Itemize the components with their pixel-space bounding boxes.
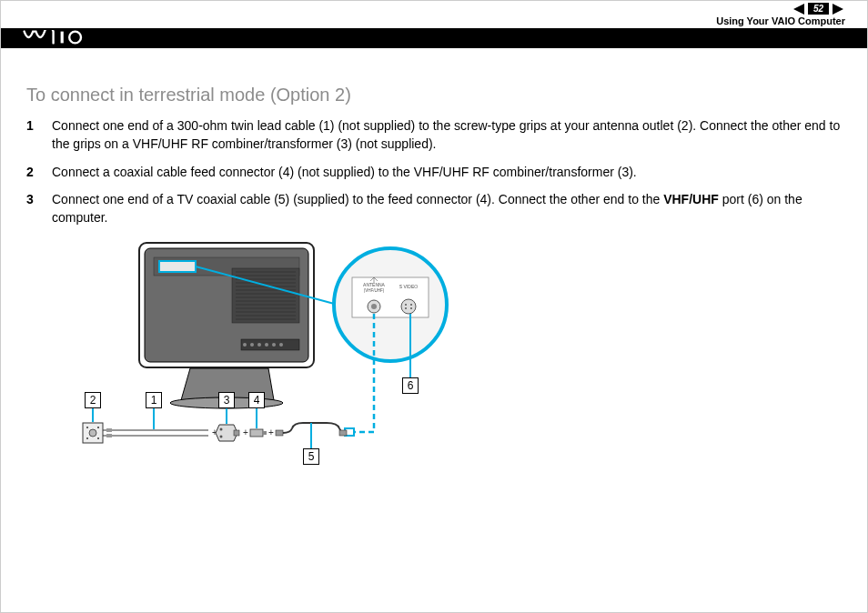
svg-rect-58	[276, 430, 283, 436]
step-item: Connect one end of a TV coaxial cable (5…	[26, 190, 842, 227]
page-nav: 52	[792, 3, 845, 15]
svg-point-52	[220, 436, 223, 438]
steps-list: Connect one end of a 300-ohm twin lead c…	[26, 116, 842, 226]
svg-text:+: +	[243, 427, 248, 437]
callout-2: 2	[85, 392, 101, 408]
svg-text:+: +	[268, 427, 274, 437]
callout-3: 3	[218, 392, 235, 408]
svg-rect-23	[241, 339, 299, 350]
manual-page: 52 Using Your VAIO Computer To connect i…	[0, 0, 868, 613]
header-bar	[1, 28, 867, 48]
svg-point-25	[250, 343, 254, 347]
svg-point-35	[401, 299, 416, 314]
callout-1: 1	[146, 392, 162, 408]
step-item: Connect a coaxial cable feed connector (…	[26, 163, 842, 181]
svg-rect-48	[106, 428, 112, 432]
svg-marker-0	[793, 4, 804, 15]
cable-chain-icon: + + +	[83, 423, 347, 443]
callout-6: 6	[402, 377, 419, 394]
svg-rect-7	[159, 261, 196, 272]
procedure-heading: To connect in terrestrial mode (Option 2…	[26, 85, 842, 106]
svg-point-3	[69, 32, 81, 44]
computer-back-icon	[139, 243, 314, 408]
page-number: 52	[808, 3, 829, 15]
vaio-logo	[23, 30, 96, 48]
svg-point-43	[97, 427, 99, 428]
svg-rect-53	[234, 430, 239, 436]
svg-point-28	[272, 343, 276, 347]
connection-diagram: ANTENNA (VHF/UHF) S VIDEO	[81, 241, 472, 468]
section-title: Using Your VAIO Computer	[716, 15, 845, 26]
svg-point-26	[257, 343, 261, 347]
svg-rect-59	[339, 430, 347, 436]
next-page-arrow-icon[interactable]	[833, 4, 845, 15]
svg-point-34	[371, 304, 377, 309]
svg-point-24	[243, 343, 247, 347]
page-header: 52 Using Your VAIO Computer	[1, 1, 867, 48]
svg-rect-55	[250, 429, 263, 437]
zoom-antenna-label: ANTENNA	[363, 282, 386, 287]
svg-point-44	[86, 437, 88, 439]
step-item: Connect one end of a 300-ohm twin lead c…	[26, 116, 842, 154]
page-body: To connect in terrestrial mode (Option 2…	[1, 48, 867, 468]
svg-point-45	[97, 437, 99, 439]
step-text: Connect a coaxial cable feed connector (…	[52, 165, 637, 179]
svg-rect-49	[106, 434, 112, 437]
svg-point-36	[405, 304, 407, 306]
svg-rect-8	[232, 268, 299, 323]
svg-point-37	[410, 304, 412, 306]
step-text-part: Connect one end of a TV coaxial cable (5…	[52, 192, 663, 206]
svg-point-42	[86, 427, 88, 428]
svg-marker-1	[833, 4, 843, 15]
diagram-svg: ANTENNA (VHF/UHF) S VIDEO	[81, 241, 472, 468]
port-name-bold: VHF/UHF	[663, 192, 719, 206]
svg-point-51	[220, 428, 223, 431]
callout-5: 5	[303, 448, 319, 465]
zoom-svideo-label: S VIDEO	[399, 284, 418, 289]
step-text: Connect one end of a 300-ohm twin lead c…	[52, 118, 840, 151]
svg-point-27	[265, 343, 268, 347]
svg-point-38	[405, 307, 407, 309]
svg-rect-2	[61, 32, 64, 44]
svg-point-41	[89, 429, 96, 437]
prev-page-arrow-icon[interactable]	[792, 4, 804, 15]
svg-rect-56	[263, 431, 267, 435]
svg-point-39	[410, 307, 412, 309]
svg-point-29	[279, 343, 283, 347]
callout-4: 4	[248, 392, 265, 408]
zoom-antenna-sub: (VHF/UHF)	[364, 288, 385, 293]
zoom-circle-icon: ANTENNA (VHF/UHF) S VIDEO	[334, 248, 447, 361]
